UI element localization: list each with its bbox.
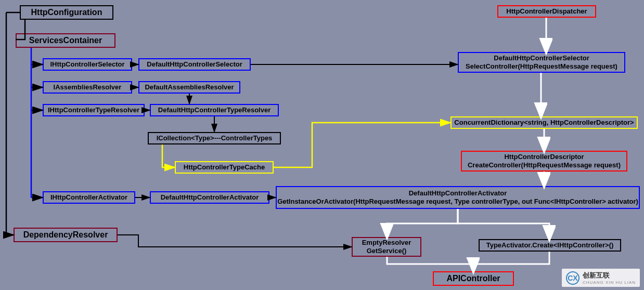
line2: GetService() [367,247,407,255]
node-http-controller-type-cache: HttpControllerTypeCache [175,161,274,174]
line2: CreateController(HttpRequestMessage requ… [468,161,621,169]
line1: DefaultHttpControllerSelector [494,54,589,62]
node-concurrent-dictionary: ConcurrentDictionary<string, HttpControl… [450,116,638,129]
node-ihttp-controller-type-resolver: IHttpControllerTypeResolver [43,104,145,116]
node-api-controller: APIController [433,271,514,286]
node-http-configuration: HttpConfiguration [20,5,113,20]
logo-mark-icon: CX [566,271,579,285]
line2: SelectController(HttpRequestMessage requ… [466,62,617,71]
line1: DefaultHttpControllerActivator [409,189,507,197]
node-http-controller-dispatcher: HttpControllerDispatcher [497,5,596,18]
node-ihttp-controller-activator: IHttpControllerActivator [43,191,135,204]
node-default-http-controller-selector: DefaultHttpControllerSelector [138,58,251,71]
node-icollection-controller-types: ICollection<Type>---ControllerTypes [148,132,281,144]
logo-sub: CHUANG XIN HU LIAN [583,280,636,285]
node-http-controller-descriptor: HttpControllerDescriptor CreateControlle… [461,151,627,172]
line1: HttpControllerDescriptor [504,153,584,161]
node-activator-get-instance: DefaultHttpControllerActivator GetInstan… [276,186,640,209]
node-default-http-controller-activator: DefaultHttpControllerActivator [150,191,269,204]
line2: GetInstanceOrActivator(HttpRequestMessag… [277,197,638,206]
node-default-http-controller-type-resolver: DefaultHttpControllerTypeResolver [150,104,279,116]
brand-logo: CX 创新互联 CHUANG XIN HU LIAN [562,269,640,287]
node-ihttp-controller-selector: IHttpControllerSelector [43,58,132,71]
node-selector-select-controller: DefaultHttpControllerSelector SelectCont… [458,52,625,73]
node-default-assemblies-resolver: DefaultAssembliesResolver [138,81,240,94]
line1: EmptyResolver [362,239,411,247]
node-iassemblies-resolver: IAssembliesResolver [43,81,132,94]
node-dependency-resolver: DependencyResolver [14,228,118,242]
node-type-activator-create: TypeActivator.Create<IHttpController>() [479,239,621,252]
logo-text: 创新互联 [583,271,636,280]
node-services-container: ServicesContainer [16,33,115,48]
node-empty-resolver: EmptyResolver GetService() [352,237,421,257]
